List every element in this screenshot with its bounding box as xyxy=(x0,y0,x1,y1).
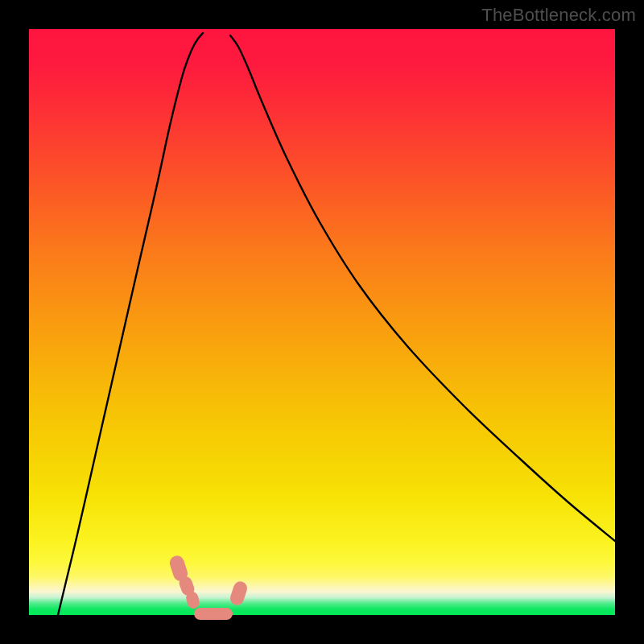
trough-marker xyxy=(194,608,233,620)
watermark-text: TheBottleneck.com xyxy=(481,5,636,26)
curve-svg xyxy=(29,29,615,615)
plot-area xyxy=(29,29,615,615)
curve-right-branch xyxy=(230,35,615,541)
curve-left-branch xyxy=(58,33,203,615)
chart-frame: TheBottleneck.com xyxy=(0,0,644,644)
